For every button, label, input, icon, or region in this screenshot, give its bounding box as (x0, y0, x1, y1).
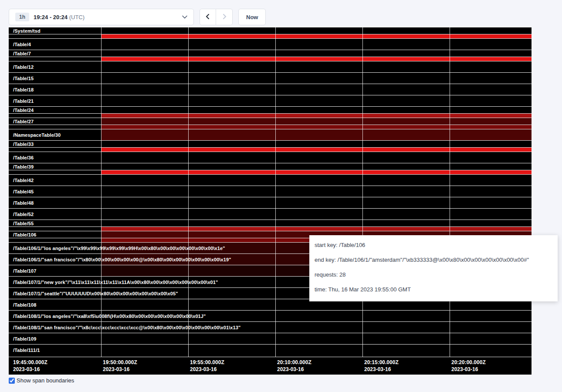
span-row[interactable]: /Table/109 (9, 333, 532, 344)
now-button[interactable]: Now (238, 9, 266, 25)
span-label: /Table/55 (13, 221, 34, 226)
time-range-text: 19:24 - 20:24 (UTC) (34, 14, 85, 20)
span-label: /Table/24 (13, 108, 34, 113)
span-label: /System/tsd (13, 28, 41, 34)
span-row[interactable]: /Table/12 (9, 61, 532, 72)
span-row[interactable]: /Table/52 (9, 208, 532, 220)
span-row[interactable] (9, 226, 532, 231)
span-row[interactable]: /Table/36 (9, 152, 532, 163)
span-heat-band[interactable] (101, 34, 532, 38)
chevron-right-icon (221, 14, 227, 21)
span-row[interactable]: /NamespaceTable/30 (9, 129, 532, 140)
span-row[interactable]: /Table/18 (9, 84, 532, 95)
span-label: /Table/45 (13, 189, 34, 194)
span-label: /Table/106/1/"los angeles"/"\x99\x99\x99… (13, 246, 225, 251)
span-row[interactable]: /Table/48 (9, 197, 532, 208)
span-row[interactable] (9, 113, 532, 118)
span-label: /Table/18 (13, 87, 34, 92)
axis-time-label: 19:45:00.000Z2023-03-16 (13, 359, 47, 373)
axis-time-label: 20:20:00.000Z2023-03-16 (451, 359, 486, 373)
span-heat-band[interactable] (101, 118, 532, 125)
span-row[interactable]: /Table/45 (9, 186, 532, 197)
time-range-selector[interactable]: 1h 19:24 - 20:24 (UTC) (9, 9, 194, 25)
span-label: /Table/15 (13, 76, 34, 81)
time-range-value: 19:24 - 20:24 (34, 14, 68, 20)
span-row[interactable] (9, 57, 532, 61)
show-span-boundaries-control[interactable]: Show span boundaries (9, 377, 74, 384)
show-span-boundaries-checkbox[interactable] (9, 378, 15, 384)
time-gridline (450, 27, 450, 357)
span-label: /Table/33 (13, 142, 34, 147)
span-label: /Table/107 (13, 268, 36, 274)
span-label: /NamespaceTable/30 (13, 132, 61, 138)
span-tooltip: start key: /Table/106 end key: /Table/10… (309, 235, 558, 301)
key-visualizer-canvas[interactable]: /System/tsd/Table/4/Table/7/Table/12/Tab… (9, 27, 532, 375)
span-heat-band[interactable] (101, 129, 532, 140)
prev-time-button[interactable] (200, 9, 216, 25)
span-row[interactable]: /Table/24 (9, 106, 532, 113)
chevron-down-icon (182, 15, 187, 19)
span-row[interactable]: /Table/4 (9, 38, 532, 50)
axis-time-label: 19:55:00.000Z2023-03-16 (190, 359, 224, 373)
span-row[interactable]: /Table/42 (9, 174, 532, 186)
time-gridline (275, 27, 276, 357)
span-row[interactable]: /Table/108/1/"san francisco"/"\x8c\xcc\x… (9, 321, 532, 333)
time-gridline (362, 27, 363, 357)
span-label: /Table/7 (13, 51, 31, 56)
span-row[interactable]: /System/tsd (9, 27, 532, 34)
tooltip-requests: requests: 28 (315, 271, 552, 279)
span-label: /Table/21 (13, 98, 34, 104)
span-row[interactable]: /Table/27 (9, 118, 532, 125)
span-label: /Table/107/1/"new york"/"\x11\x11\x11\x1… (13, 280, 218, 285)
time-gridline (101, 27, 102, 357)
span-label: /Table/36 (13, 155, 34, 160)
span-row[interactable]: /Table/15 (9, 72, 532, 84)
next-time-button[interactable] (216, 9, 233, 25)
span-heat-band[interactable] (101, 57, 532, 61)
span-label: /Table/106/1/"san francisco"/"\x80\x00\x… (13, 257, 231, 262)
span-rows: /System/tsd/Table/4/Table/7/Table/12/Tab… (9, 27, 532, 357)
span-label: /Table/107/1/"seattle"/"UUUUUUD\x00\x80\… (13, 291, 178, 296)
span-label: /Table/111/1 (13, 348, 40, 353)
span-row[interactable]: /Table/33 (9, 140, 532, 147)
span-label: /Table/42 (13, 178, 34, 183)
span-row[interactable] (9, 125, 532, 129)
show-span-boundaries-label: Show span boundaries (17, 377, 74, 384)
span-label: /Table/12 (13, 64, 34, 70)
tooltip-time: time: Thu, 16 Mar 2023 19:55:00 GMT (315, 286, 552, 294)
span-row[interactable]: /Table/108/1/"los angeles"/"\xa8\xf5\u00… (9, 310, 532, 321)
span-label: /Table/48 (13, 200, 34, 206)
span-label: /Table/108 (13, 302, 36, 308)
span-row[interactable]: /Table/21 (9, 95, 532, 106)
axis-time-label: 20:15:00.000Z2023-03-16 (364, 359, 399, 373)
timezone-label: (UTC) (69, 14, 85, 20)
tooltip-end-key: end key: /Table/106/1/"amsterdam"/"\xb33… (315, 256, 552, 264)
axis-time-label: 19:50:00.000Z2023-03-16 (103, 359, 137, 373)
span-row[interactable] (9, 34, 532, 38)
span-heat-band[interactable] (101, 125, 532, 129)
chevron-left-icon (205, 14, 211, 21)
span-label: /Table/109 (13, 336, 36, 341)
span-label: /Table/106 (13, 232, 36, 237)
time-nav-group (200, 9, 233, 25)
span-row[interactable]: /Table/111/1 (9, 344, 532, 355)
time-axis: 19:45:00.000Z2023-03-1619:50:00.000Z2023… (9, 357, 532, 375)
span-heat-band[interactable] (101, 227, 532, 231)
span-heat-band[interactable] (101, 170, 532, 174)
span-heat-band[interactable] (101, 148, 532, 152)
duration-badge: 1h (15, 13, 29, 21)
time-toolbar: 1h 19:24 - 20:24 (UTC) Now (9, 9, 266, 25)
time-gridline (188, 27, 189, 357)
span-label: /Table/108/1/"san francisco"/"\x8c\xcc\x… (13, 325, 240, 330)
span-row[interactable] (9, 147, 532, 152)
span-row[interactable]: /Table/7 (9, 50, 532, 57)
span-label: /Table/108/1/"los angeles"/"\xa8\xf5\u00… (13, 314, 206, 319)
span-label: /Table/39 (13, 164, 34, 169)
span-row[interactable]: /Table/55 (9, 220, 532, 226)
span-label: /Table/52 (13, 212, 34, 217)
span-label: /Table/4 (13, 42, 31, 47)
span-row[interactable]: /Table/39 (9, 163, 532, 170)
tooltip-start-key: start key: /Table/106 (315, 241, 552, 249)
span-row[interactable] (9, 170, 532, 174)
span-heat-band[interactable] (101, 114, 532, 118)
